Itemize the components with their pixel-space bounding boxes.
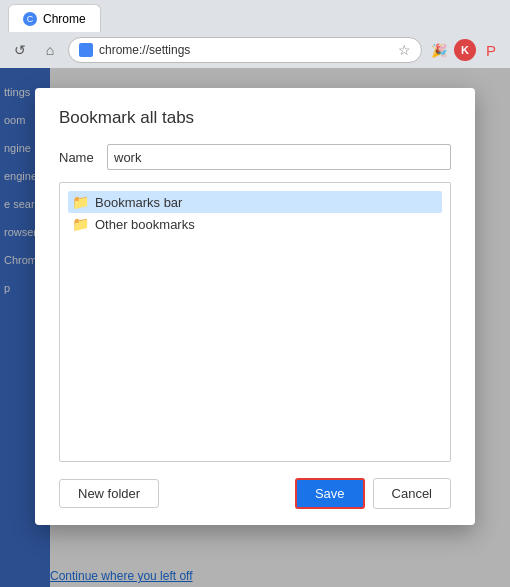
modal-overlay: Bookmark all tabs Name 📁 Bookmarks bar 📁…	[0, 68, 510, 587]
ext-icon-3[interactable]: P	[480, 39, 502, 61]
folder-icon-other-bookmarks: 📁	[72, 216, 89, 232]
folder-item-other-bookmarks[interactable]: 📁 Other bookmarks	[68, 213, 442, 235]
folder-label-other-bookmarks: Other bookmarks	[95, 217, 195, 232]
dialog-title: Bookmark all tabs	[59, 108, 451, 128]
extension-icons: 🎉 K P	[428, 39, 502, 61]
address-bar-row: ↺ ⌂ chrome://settings ☆ 🎉 K P	[0, 32, 510, 68]
tab-favicon: C	[23, 12, 37, 26]
name-label: Name	[59, 150, 95, 165]
cancel-button[interactable]: Cancel	[373, 478, 451, 509]
address-bar[interactable]: chrome://settings ☆	[68, 37, 422, 63]
name-row: Name	[59, 144, 451, 170]
folder-tree: 📁 Bookmarks bar 📁 Other bookmarks	[59, 182, 451, 462]
folder-icon-bookmarks-bar: 📁	[72, 194, 89, 210]
new-folder-button[interactable]: New folder	[59, 479, 159, 508]
back-button[interactable]: ↺	[8, 38, 32, 62]
site-favicon	[79, 43, 93, 57]
folder-item-bookmarks-bar[interactable]: 📁 Bookmarks bar	[68, 191, 442, 213]
ext-icon-1[interactable]: 🎉	[428, 39, 450, 61]
tab-bar: C Chrome	[0, 0, 510, 32]
folder-label-bookmarks-bar: Bookmarks bar	[95, 195, 182, 210]
url-text: chrome://settings	[99, 43, 392, 57]
browser-chrome: C Chrome ↺ ⌂ chrome://settings ☆ 🎉 K P	[0, 0, 510, 69]
name-input[interactable]	[107, 144, 451, 170]
bookmark-star-icon[interactable]: ☆	[398, 42, 411, 58]
bookmark-dialog: Bookmark all tabs Name 📁 Bookmarks bar 📁…	[35, 88, 475, 525]
ext-icon-2[interactable]: K	[454, 39, 476, 61]
footer-right-buttons: Save Cancel	[295, 478, 451, 509]
dialog-footer: New folder Save Cancel	[59, 478, 451, 509]
tab-label: Chrome	[43, 12, 86, 26]
active-tab[interactable]: C Chrome	[8, 4, 101, 32]
save-button[interactable]: Save	[295, 478, 365, 509]
home-button[interactable]: ⌂	[38, 38, 62, 62]
